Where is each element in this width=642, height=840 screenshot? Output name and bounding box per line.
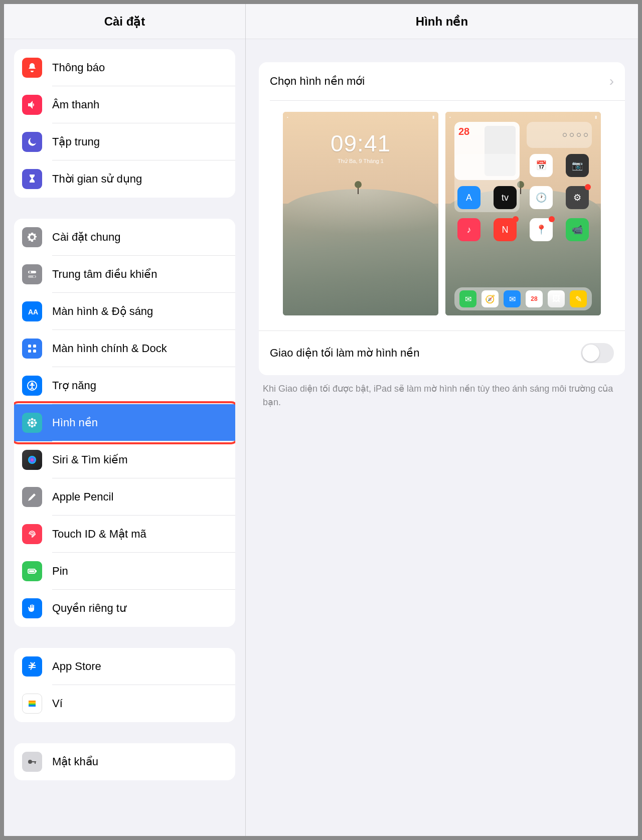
sidebar-item-touchid[interactable]: Touch ID & Mật mã <box>14 516 235 553</box>
sidebar: Cài đặt Thông báo Âm thanh <box>4 4 246 836</box>
svg-point-3 <box>33 276 35 278</box>
svg-point-12 <box>31 418 34 421</box>
svg-rect-7 <box>28 350 31 353</box>
detail-body: Chọn hình nền mới › •▮ 09:41 Thứ Ba, 9 T… <box>246 39 638 409</box>
flower-icon <box>22 413 42 433</box>
footer-note: Khi Giao diện tối được bật, iPad sẽ làm … <box>259 375 625 409</box>
svg-rect-24 <box>29 701 36 702</box>
hourglass-icon <box>22 169 42 189</box>
sidebar-item-general[interactable]: Cài đặt chung <box>14 219 235 256</box>
app-icon: A <box>457 186 480 209</box>
settings-app: Cài đặt Thông báo Âm thanh <box>4 4 638 836</box>
sidebar-item-focus[interactable]: Tập trung <box>14 123 235 160</box>
app-icon: 📍 <box>530 218 553 241</box>
dark-dim-toggle[interactable] <box>581 343 614 363</box>
homescreen-preview[interactable]: •▮ 28 📅 📷 A <box>445 112 601 315</box>
accessibility-icon <box>22 376 42 396</box>
sidebar-item-label: Apple Pencil <box>52 490 113 503</box>
sidebar-item-wallpaper[interactable]: Hình nền <box>14 404 235 441</box>
pager-widget <box>527 122 592 148</box>
sidebar-item-notifications[interactable]: Thông báo <box>14 49 235 86</box>
sidebar-item-privacy[interactable]: Quyền riêng tư <box>14 590 235 627</box>
moon-icon <box>22 132 42 152</box>
svg-point-14 <box>28 422 30 424</box>
lockscreen-preview[interactable]: •▮ 09:41 Thứ Ba, 9 Tháng 1 <box>283 112 438 315</box>
app-icon: ⚙ <box>566 186 589 209</box>
gear-icon <box>22 227 42 247</box>
wallpaper-card: Chọn hình nền mới › •▮ 09:41 Thứ Ba, 9 T… <box>259 62 625 375</box>
svg-rect-6 <box>33 345 36 348</box>
fingerprint-icon <box>22 524 42 544</box>
dark-dim-row: Giao diện tối làm mờ hình nền <box>259 331 625 375</box>
bell-icon <box>22 58 42 78</box>
app-icon: tv <box>494 186 517 209</box>
dark-dim-label: Giao diện tối làm mờ hình nền <box>270 347 420 360</box>
sidebar-item-label: Ví <box>52 697 63 710</box>
siri-icon <box>22 450 42 470</box>
svg-rect-26 <box>29 704 36 705</box>
pencil-icon <box>22 487 42 507</box>
sidebar-item-label: Touch ID & Mật mã <box>52 528 146 541</box>
sidebar-item-control-center[interactable]: Trung tâm điều khiển <box>14 256 235 293</box>
sidebar-group: Mật khẩu <box>14 743 235 780</box>
sidebar-item-label: Trợ năng <box>52 379 96 392</box>
sidebar-group: App Store Ví <box>14 648 235 722</box>
key-icon <box>22 752 42 772</box>
sidebar-item-sounds[interactable]: Âm thanh <box>14 86 235 123</box>
home-grid: 28 📅 📷 A tv 🕐 ⚙ <box>454 122 592 287</box>
svg-rect-22 <box>36 570 37 572</box>
wallpaper-previews: •▮ 09:41 Thứ Ba, 9 Tháng 1 •▮ 28 <box>259 101 625 330</box>
detail-header: Hình nền <box>246 4 638 39</box>
sidebar-item-passwords[interactable]: Mật khẩu <box>14 743 235 780</box>
sidebar-item-label: Quyền riêng tư <box>52 602 126 615</box>
app-icon: N <box>494 218 517 241</box>
appstore-icon <box>22 656 42 677</box>
sidebar-item-appstore[interactable]: App Store <box>14 648 235 685</box>
sidebar-item-label: Màn hình chính & Dock <box>52 342 167 355</box>
svg-point-18 <box>29 424 31 426</box>
sidebar-title: Cài đặt <box>104 15 145 29</box>
sidebar-item-label: Thời gian sử dụng <box>52 173 142 186</box>
sidebar-item-display[interactable]: AA Màn hình & Độ sáng <box>14 293 235 330</box>
svg-point-15 <box>35 422 37 424</box>
sidebar-item-label: Thông báo <box>52 61 105 74</box>
sidebar-item-accessibility[interactable]: Trợ năng <box>14 367 235 404</box>
svg-point-17 <box>34 419 36 421</box>
sidebar-scroll[interactable]: Thông báo Âm thanh Tập trung <box>4 39 245 836</box>
sidebar-item-label: Siri & Tìm kiếm <box>52 453 127 466</box>
app-icon: 📅 <box>530 154 553 177</box>
svg-point-11 <box>31 421 34 424</box>
chevron-right-icon: › <box>609 73 614 89</box>
wallet-icon <box>22 694 42 714</box>
sidebar-item-wallet[interactable]: Ví <box>14 685 235 722</box>
svg-point-28 <box>28 760 32 764</box>
sidebar-group: Thông báo Âm thanh Tập trung <box>14 49 235 198</box>
app-icon: ♪ <box>457 218 480 241</box>
app-icon: 🕐 <box>530 186 553 209</box>
svg-rect-25 <box>29 702 36 704</box>
svg-point-10 <box>32 383 33 385</box>
sidebar-item-label: Cài đặt chung <box>52 231 121 244</box>
svg-text:AA: AA <box>28 308 38 316</box>
sidebar-item-label: Màn hình & Độ sáng <box>52 305 153 318</box>
sidebar-item-battery[interactable]: Pin <box>14 553 235 590</box>
svg-point-16 <box>29 419 31 421</box>
app-icon: 📹 <box>566 218 589 241</box>
sidebar-item-label: Trung tâm điều khiển <box>52 268 157 281</box>
svg-point-20 <box>28 456 36 464</box>
sidebar-header: Cài đặt <box>4 4 245 39</box>
sidebar-item-homescreen[interactable]: Màn hình chính & Dock <box>14 330 235 367</box>
grid-icon <box>22 339 42 359</box>
sidebar-item-siri[interactable]: Siri & Tìm kiếm <box>14 441 235 478</box>
sidebar-item-screentime[interactable]: Thời gian sử dụng <box>14 160 235 198</box>
sidebar-item-label: App Store <box>52 660 101 673</box>
battery-icon <box>22 561 42 581</box>
svg-rect-30 <box>35 761 36 764</box>
svg-point-2 <box>29 271 31 273</box>
svg-rect-8 <box>33 350 36 353</box>
lock-clock: 09:41 Thứ Ba, 9 Tháng 1 <box>283 130 438 164</box>
choose-wallpaper-label: Chọn hình nền mới <box>270 75 365 88</box>
choose-wallpaper-row[interactable]: Chọn hình nền mới › <box>259 62 625 100</box>
detail-pane: Hình nền Chọn hình nền mới › •▮ 09:41 <box>246 4 638 836</box>
sidebar-item-pencil[interactable]: Apple Pencil <box>14 478 235 516</box>
